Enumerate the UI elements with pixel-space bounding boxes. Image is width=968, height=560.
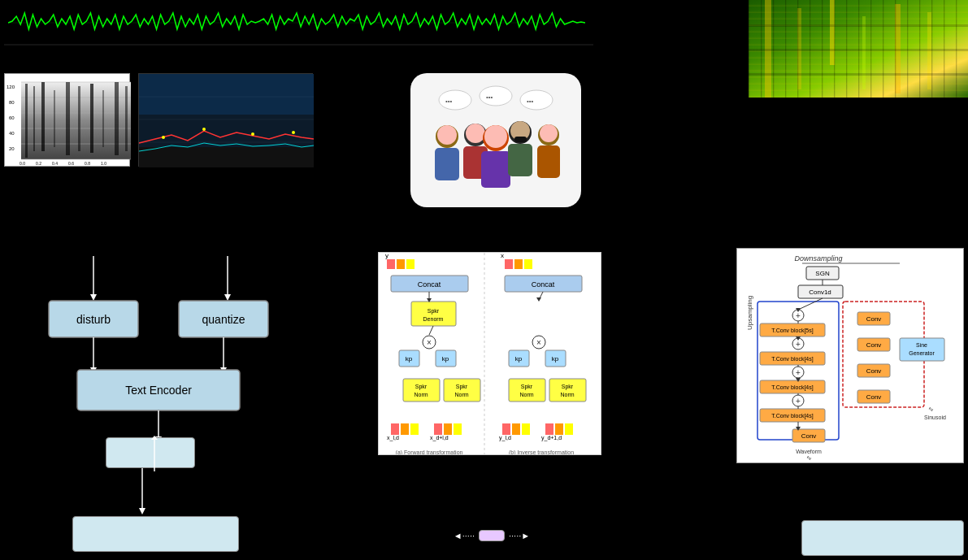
svg-text:∿: ∿ <box>806 454 812 462</box>
svg-text:T.Conv block[4s]: T.Conv block[4s] <box>771 413 813 419</box>
disturb-label: disturb <box>76 313 111 326</box>
svg-text:Conv: Conv <box>866 367 882 375</box>
svg-rect-124 <box>410 423 419 435</box>
svg-text:+: + <box>796 368 801 377</box>
svg-text:kp: kp <box>442 355 449 362</box>
svg-text:Sine: Sine <box>916 342 927 348</box>
svg-rect-71 <box>514 137 527 142</box>
svg-text:Denorm: Denorm <box>423 316 444 322</box>
svg-rect-144 <box>502 423 510 435</box>
bidirectional-box: ◄····· ·····► <box>358 515 626 556</box>
svg-rect-136 <box>509 379 545 402</box>
grl-to-classifier-arrow <box>126 468 158 517</box>
svg-text:x_l,d: x_l,d <box>387 435 399 441</box>
svg-rect-33 <box>33 86 35 151</box>
svg-rect-122 <box>391 423 399 435</box>
spectrogram-top-right <box>749 0 968 98</box>
svg-marker-76 <box>90 294 97 301</box>
pitch-track <box>138 73 313 167</box>
svg-text:kp: kp <box>552 355 559 362</box>
svg-rect-32 <box>25 84 28 158</box>
svg-rect-47 <box>139 115 314 147</box>
svg-rect-5 <box>830 0 835 65</box>
svg-rect-149 <box>555 423 563 435</box>
waveform-top <box>0 0 593 45</box>
svg-text:y: y <box>385 253 389 259</box>
spectrogram-heatmap <box>749 0 968 98</box>
svg-rect-41 <box>125 86 128 151</box>
svg-rect-38 <box>90 84 93 153</box>
svg-text:Concat: Concat <box>418 280 441 289</box>
svg-point-50 <box>251 132 254 136</box>
svg-rect-91 <box>387 259 395 269</box>
bidir-label <box>479 530 505 541</box>
svg-text:Norm: Norm <box>454 392 468 397</box>
svg-rect-104 <box>411 302 456 326</box>
svg-rect-93 <box>406 259 415 269</box>
svg-text:SGN: SGN <box>815 270 830 277</box>
svg-rect-123 <box>401 423 409 435</box>
svg-rect-7 <box>895 4 901 93</box>
speaker-group-image: ••• ••• ••• <box>410 73 581 207</box>
svg-rect-146 <box>522 423 530 435</box>
svg-rect-119 <box>444 379 480 402</box>
people-illustration: ••• ••• ••• <box>423 80 569 202</box>
flow-diagram-center: y x Concat Concat Spkr Denorm × <box>378 252 601 455</box>
svg-rect-96 <box>514 259 523 269</box>
svg-text:1.0: 1.0 <box>101 161 106 166</box>
svg-text:Upsampling: Upsampling <box>746 296 753 330</box>
svg-text:80: 80 <box>9 100 15 105</box>
pitch-track-svg <box>139 74 314 167</box>
speaker-classifier-box <box>72 516 239 552</box>
neural-diagram-right: Downsampling SGN Conv1d Upsampling + T.C… <box>736 248 964 463</box>
svg-point-64 <box>466 124 485 143</box>
svg-rect-139 <box>549 379 586 402</box>
svg-rect-127 <box>444 423 452 435</box>
svg-text:0.6: 0.6 <box>68 161 74 166</box>
svg-rect-95 <box>505 259 513 269</box>
svg-text:0.2: 0.2 <box>36 161 41 166</box>
bidir-content: ◄····· ·····► <box>449 530 534 541</box>
out-wave-box <box>801 520 964 556</box>
svg-text:T.Conv block[4s]: T.Conv block[4s] <box>771 384 813 391</box>
svg-rect-10 <box>749 49 968 51</box>
svg-text:Spkr: Spkr <box>428 308 440 315</box>
text-encoder-label: Text Encoder <box>125 384 192 397</box>
svg-rect-8 <box>927 12 931 89</box>
svg-rect-66 <box>481 151 510 188</box>
svg-text:x_d+l,d: x_d+l,d <box>430 435 449 441</box>
svg-text:y_d+1,d: y_d+1,d <box>541 435 562 441</box>
svg-rect-34 <box>41 82 45 151</box>
svg-rect-128 <box>454 423 462 435</box>
quantize-label: quantize <box>202 313 245 326</box>
svg-text:Spkr: Spkr <box>562 384 574 390</box>
svg-text:×: × <box>427 338 432 347</box>
svg-text:Spkr: Spkr <box>521 384 533 390</box>
svg-text:+: + <box>796 397 801 406</box>
svg-marker-78 <box>224 294 231 301</box>
bidir-left-arrow: ◄····· <box>454 531 475 540</box>
svg-text:Conv1d: Conv1d <box>809 289 831 296</box>
svg-text:Norm: Norm <box>560 392 574 397</box>
svg-text:0.8: 0.8 <box>85 161 90 166</box>
svg-point-57 <box>520 90 553 110</box>
svg-point-51 <box>292 131 295 134</box>
svg-text:(b) Inverse transformation: (b) Inverse transformation <box>509 449 574 455</box>
svg-rect-36 <box>66 82 70 155</box>
svg-rect-6 <box>862 16 866 89</box>
svg-text:kp: kp <box>406 355 413 362</box>
svg-rect-97 <box>524 259 532 269</box>
bidir-right-arrow: ·····► <box>509 531 530 540</box>
grayscale-spectrogram-svg: 120 80 60 40 20 0.0 0.2 0.4 0.6 0.8 1.0 <box>5 74 131 167</box>
svg-text:+: + <box>796 311 801 320</box>
svg-rect-73 <box>537 145 560 178</box>
svg-rect-3 <box>765 0 771 98</box>
svg-point-48 <box>162 136 165 139</box>
svg-rect-92 <box>397 259 405 269</box>
svg-text:Norm: Norm <box>414 392 428 397</box>
svg-text:•••: ••• <box>486 93 493 101</box>
svg-rect-69 <box>508 144 532 176</box>
svg-text:T.Conv block[4s]: T.Conv block[4s] <box>771 356 813 362</box>
svg-rect-60 <box>435 148 459 180</box>
svg-text:120: 120 <box>7 85 15 89</box>
